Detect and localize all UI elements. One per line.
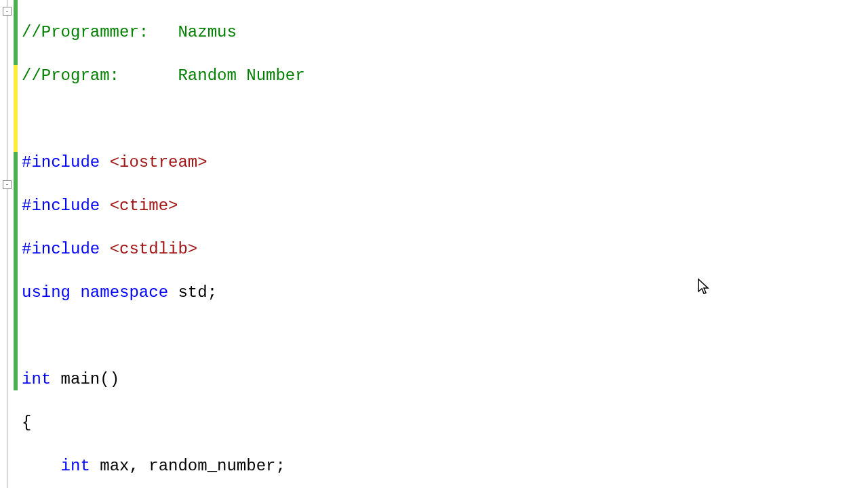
keyword: int xyxy=(22,370,51,388)
identifier: std; xyxy=(178,283,217,302)
comment-line: //Programmer: Nazmus xyxy=(22,23,237,41)
keyword: namespace xyxy=(80,283,168,302)
function-signature: main() xyxy=(51,370,119,388)
preprocessor: #include xyxy=(22,240,110,258)
brace: { xyxy=(22,413,31,432)
mouse-cursor-icon xyxy=(697,278,711,296)
include-target: <cstdlib> xyxy=(110,240,198,258)
include-target: <iostream> xyxy=(110,153,208,171)
preprocessor: #include xyxy=(22,153,110,171)
keyword: using xyxy=(22,283,71,302)
keyword: int xyxy=(61,457,90,475)
declaration: max, random_number; xyxy=(90,457,285,475)
fold-toggle-main[interactable]: - xyxy=(3,180,12,189)
preprocessor: #include xyxy=(22,197,110,215)
comment-line: //Program: Random Number xyxy=(22,66,305,85)
fold-gutter: - - xyxy=(0,0,14,488)
include-target: <ctime> xyxy=(110,197,178,215)
code-editor[interactable]: //Programmer: Nazmus //Program: Random N… xyxy=(18,0,868,488)
fold-toggle-top[interactable]: - xyxy=(3,7,12,16)
